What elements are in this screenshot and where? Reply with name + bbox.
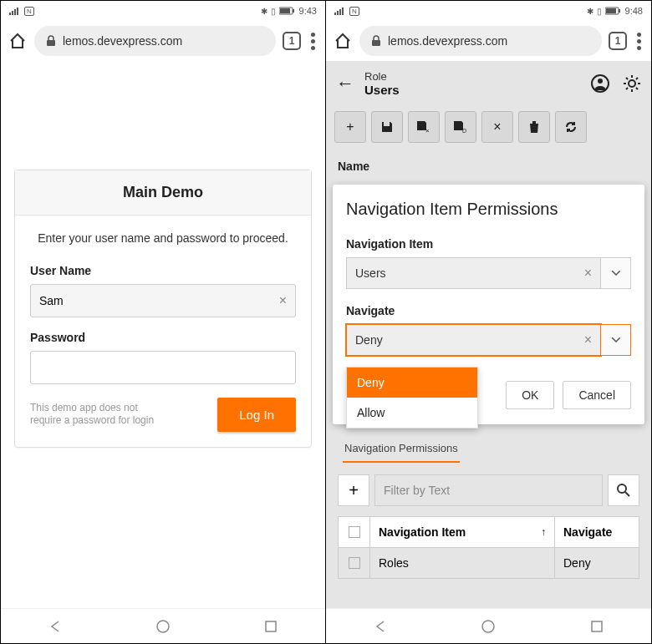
tab-nav-permissions[interactable]: Navigation Permissions	[343, 435, 460, 463]
nav-home-icon[interactable]	[154, 617, 172, 636]
status-bar: N ✱ ▯ 9:43	[1, 1, 325, 21]
status-time: 9:48	[625, 6, 643, 16]
row-checkbox[interactable]	[349, 557, 360, 569]
dropdown-option-allow[interactable]: Allow	[347, 398, 477, 428]
table-row[interactable]: Roles Deny	[339, 548, 639, 578]
svg-rect-7	[47, 40, 55, 46]
home-icon[interactable]	[333, 31, 353, 51]
back-arrow-icon[interactable]: ←	[336, 73, 354, 94]
bluetooth-icon: ✱	[261, 7, 267, 16]
status-time: 9:43	[299, 6, 317, 16]
svg-rect-3	[17, 8, 18, 15]
password-input[interactable]	[30, 351, 296, 384]
nav-back-icon[interactable]	[46, 617, 64, 636]
modal-title: Navigation Item Permissions	[346, 200, 631, 219]
breadcrumb: Role	[364, 70, 581, 83]
toolbar: + × D ×	[326, 106, 651, 148]
login-button[interactable]: Log In	[217, 398, 296, 432]
svg-text:×: ×	[425, 127, 430, 134]
svg-rect-0	[9, 13, 11, 15]
add-button[interactable]: +	[334, 111, 366, 143]
col-nav-item[interactable]: Navigation Item	[379, 525, 466, 539]
svg-rect-12	[339, 9, 341, 15]
lock-icon	[371, 35, 381, 47]
clear-icon[interactable]: ×	[584, 332, 592, 347]
battery-icon	[605, 7, 622, 15]
dropdown-option-deny[interactable]: Deny	[347, 368, 477, 398]
save-close-button[interactable]: ×	[408, 111, 440, 143]
card-title: Main Demo	[15, 170, 311, 216]
svg-rect-2	[14, 9, 16, 15]
save-button[interactable]	[371, 111, 403, 143]
signal-icon	[9, 7, 21, 15]
svg-rect-17	[372, 40, 380, 46]
refresh-button[interactable]	[555, 111, 587, 143]
url-bar[interactable]: lemos.devexpress.com	[359, 26, 602, 56]
svg-rect-9	[266, 621, 276, 631]
svg-rect-15	[606, 8, 616, 13]
browser-bar: lemos.devexpress.com 1	[1, 21, 325, 61]
svg-rect-13	[342, 8, 344, 15]
nav-home-icon[interactable]	[479, 617, 497, 636]
nav-item-combo[interactable]: Users×	[346, 257, 631, 289]
delete-button[interactable]	[518, 111, 550, 143]
navigate-dropdown: Deny Allow	[346, 367, 478, 428]
svg-point-19	[598, 79, 603, 84]
navigate-label: Navigate	[346, 304, 631, 317]
col-navigate[interactable]: Navigate	[555, 517, 639, 547]
nav-item-label: Navigation Item	[346, 237, 631, 251]
status-bar: N ✱ ▯ 9:48	[326, 1, 651, 21]
chevron-down-icon[interactable]	[601, 324, 631, 356]
add-row-button[interactable]: +	[338, 474, 369, 506]
cancel-button[interactable]: Cancel	[563, 381, 631, 409]
search-button[interactable]	[608, 474, 639, 506]
login-card: Main Demo Enter your user name and passw…	[14, 170, 312, 448]
svg-text:D: D	[462, 128, 466, 134]
page-title: Users	[364, 83, 581, 97]
select-all-checkbox[interactable]	[349, 526, 360, 538]
svg-point-20	[629, 80, 635, 87]
vibrate-icon: ▯	[271, 7, 276, 16]
android-nav	[1, 608, 325, 643]
bluetooth-icon: ✱	[587, 7, 593, 16]
chevron-down-icon[interactable]	[601, 257, 631, 289]
svg-point-24	[482, 621, 494, 632]
svg-rect-11	[337, 11, 339, 15]
username-input[interactable]: Sam ×	[30, 284, 296, 317]
svg-rect-5	[280, 8, 290, 13]
close-button[interactable]: ×	[481, 111, 513, 143]
signal-icon	[334, 7, 346, 15]
clear-icon[interactable]: ×	[584, 266, 592, 281]
svg-rect-16	[619, 9, 620, 13]
navigate-combo[interactable]: Deny×	[346, 324, 631, 356]
svg-point-8	[157, 621, 169, 632]
nav-recent-icon[interactable]	[588, 617, 606, 636]
save-new-button[interactable]: D	[445, 111, 476, 143]
phone-left: N ✱ ▯ 9:43 lemos.devexpress.com 1	[0, 0, 326, 644]
sort-arrow-icon[interactable]: ↑	[541, 526, 546, 538]
ok-button[interactable]: OK	[506, 381, 554, 409]
url-bar[interactable]: lemos.devexpress.com	[34, 26, 276, 56]
account-icon[interactable]	[591, 74, 609, 93]
phone-right: N ✱ ▯ 9:48 lemos.devexpress.com 1	[326, 0, 652, 644]
tab-count[interactable]: 1	[283, 32, 301, 50]
home-icon[interactable]	[8, 31, 28, 51]
name-label: Name	[338, 160, 369, 173]
svg-rect-6	[293, 9, 294, 13]
menu-icon[interactable]	[634, 33, 644, 50]
vibrate-icon: ▯	[597, 7, 602, 16]
clear-icon[interactable]: ×	[279, 293, 287, 308]
username-label: User Name	[30, 264, 296, 277]
nav-back-icon[interactable]	[371, 617, 390, 636]
permissions-grid: Navigation Item↑ Navigate Roles Deny	[338, 516, 639, 579]
nav-recent-icon[interactable]	[262, 617, 280, 636]
nfc-icon: N	[349, 7, 359, 16]
android-nav	[326, 608, 651, 643]
url-text: lemos.devexpress.com	[388, 34, 507, 48]
gear-icon[interactable]	[623, 74, 641, 93]
hint-text: This demo app does not require a passwor…	[30, 402, 164, 428]
tab-count[interactable]: 1	[609, 32, 627, 50]
svg-rect-10	[334, 13, 336, 15]
filter-input[interactable]: Filter by Text	[374, 474, 603, 506]
menu-icon[interactable]	[308, 33, 318, 50]
